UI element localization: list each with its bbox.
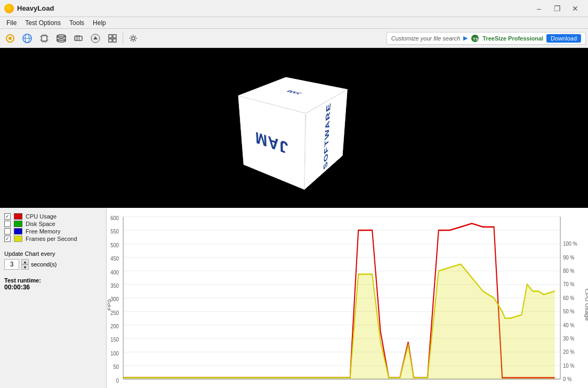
svg-text:0 %: 0 % [563, 376, 571, 382]
title-left: HeavyLoad [4, 4, 54, 13]
memory-checkbox[interactable] [4, 228, 11, 235]
legend-cpu: CPU Usage [4, 213, 102, 220]
svg-text:550: 550 [110, 229, 119, 235]
svg-text:0: 0 [116, 377, 119, 384]
chart-svg: 0 50 100 150 200 250 300 350 400 450 500… [107, 210, 588, 386]
fps-label: Frames per Second [26, 236, 77, 242]
cpu-button[interactable] [36, 30, 52, 46]
svg-text:60 %: 60 % [563, 295, 574, 301]
svg-text:80 %: 80 % [563, 268, 574, 274]
network-button[interactable] [104, 30, 120, 46]
legend-fps: Frames per Second [4, 236, 102, 242]
svg-text:CPU Usage: CPU Usage [584, 289, 588, 321]
svg-text:100: 100 [110, 350, 119, 357]
close-button[interactable]: ✕ [567, 1, 584, 16]
svg-rect-30 [109, 39, 112, 42]
svg-text:500: 500 [110, 242, 119, 248]
globe-button[interactable] [19, 30, 35, 46]
svg-text:200: 200 [110, 323, 119, 329]
svg-text:10 %: 10 % [563, 362, 574, 369]
ad-logo: TreeSize Professional [482, 35, 543, 42]
svg-text:40 %: 40 % [563, 322, 574, 328]
svg-text:FPS: FPS [107, 299, 112, 311]
svg-rect-28 [109, 35, 112, 38]
runtime-value: 00:00:36 [4, 284, 102, 291]
3d-cube: JAM JAMSOFTWARE SOFTWARE JAM JAM [264, 85, 328, 171]
title-controls: – ❐ ✕ [530, 1, 584, 16]
update-value-input[interactable] [4, 259, 19, 270]
menu-test-options[interactable]: Test Options [21, 18, 65, 28]
svg-rect-31 [113, 39, 116, 42]
app-icon [4, 4, 14, 13]
legend: CPU Usage Disk Space Free Memory Frames … [4, 213, 102, 243]
fps-color [14, 236, 22, 242]
main-content: JAM JAMSOFTWARE SOFTWARE JAM JAM [0, 48, 588, 388]
disk-label: Disk Space [26, 221, 55, 227]
spin-up-button[interactable]: ▲ [21, 259, 29, 264]
menu-help[interactable]: Help [88, 18, 110, 28]
download-button[interactable] [87, 30, 103, 46]
svg-text:30 %: 30 % [563, 335, 574, 342]
legend-disk: Disk Space [4, 221, 102, 227]
toolbar-separator [123, 32, 123, 45]
settings-button[interactable] [125, 30, 141, 46]
restore-button[interactable]: ❐ [549, 1, 566, 16]
start-button[interactable] [2, 30, 18, 46]
spin-down-button[interactable]: ▼ [21, 264, 29, 270]
disk-button[interactable] [53, 30, 69, 46]
toolbar: Customize your file search ▶ TS TreeSize… [0, 29, 588, 48]
svg-text:50: 50 [113, 363, 119, 370]
svg-point-32 [132, 37, 135, 40]
chart-wrapper: 0 50 100 150 200 250 300 350 400 450 500… [107, 208, 588, 388]
svg-text:350: 350 [110, 282, 119, 289]
canvas-area: JAM JAMSOFTWARE SOFTWARE JAM JAM [0, 48, 588, 208]
update-section: Update Chart every ▲ ▼ second(s) [4, 250, 102, 270]
svg-text:400: 400 [110, 269, 119, 276]
svg-point-1 [9, 37, 12, 40]
cpu-color [14, 213, 22, 220]
ad-download-button[interactable]: Download [546, 34, 581, 43]
update-spinner: ▲ ▼ [21, 259, 29, 270]
minimize-button[interactable]: – [530, 1, 547, 16]
cpu-checkbox[interactable] [4, 213, 11, 220]
svg-text:50 %: 50 % [563, 308, 574, 314]
svg-rect-5 [42, 36, 47, 41]
left-panel: CPU Usage Disk Space Free Memory Frames … [0, 208, 107, 388]
svg-rect-29 [113, 35, 116, 38]
toolbar-ad: Customize your file search ▶ TS TreeSize… [386, 32, 586, 45]
ad-text: Customize your file search [391, 35, 461, 42]
menu-tools[interactable]: Tools [65, 18, 88, 28]
svg-text:100 %: 100 % [563, 240, 577, 247]
svg-text:70 %: 70 % [563, 281, 574, 288]
legend-memory: Free Memory [4, 228, 102, 235]
svg-text:90 %: 90 % [563, 254, 574, 261]
update-label: Update Chart every [4, 250, 102, 257]
memory-button[interactable] [70, 30, 86, 46]
cpu-label: CPU Usage [26, 213, 57, 220]
runtime-section: Test runtime: 00:00:36 [4, 277, 102, 291]
cube-container: JAM JAMSOFTWARE SOFTWARE JAM JAM [236, 69, 353, 187]
seconds-label: second(s) [31, 261, 57, 268]
update-input-row: ▲ ▼ second(s) [4, 259, 102, 270]
ad-arrow: ▶ [463, 35, 468, 42]
memory-label: Free Memory [26, 228, 60, 235]
treesize-icon: TS [471, 34, 479, 43]
app-title: HeavyLoad [17, 4, 54, 12]
svg-text:TS: TS [473, 37, 479, 42]
svg-rect-19 [75, 36, 82, 41]
menu-bar: File Test Options Tools Help [0, 17, 588, 29]
svg-text:450: 450 [110, 255, 119, 262]
memory-color [14, 228, 22, 235]
fps-checkbox[interactable] [4, 236, 11, 242]
svg-text:20 %: 20 % [563, 349, 574, 355]
menu-file[interactable]: File [2, 18, 21, 28]
svg-text:600: 600 [110, 215, 119, 221]
disk-checkbox[interactable] [4, 221, 11, 227]
runtime-label: Test runtime: [4, 277, 102, 284]
disk-color [14, 221, 22, 227]
svg-rect-17 [57, 36, 66, 41]
svg-text:150: 150 [110, 337, 119, 343]
chart-row: CPU Usage Disk Space Free Memory Frames … [0, 208, 588, 388]
title-bar: HeavyLoad – ❐ ✕ [0, 0, 588, 17]
